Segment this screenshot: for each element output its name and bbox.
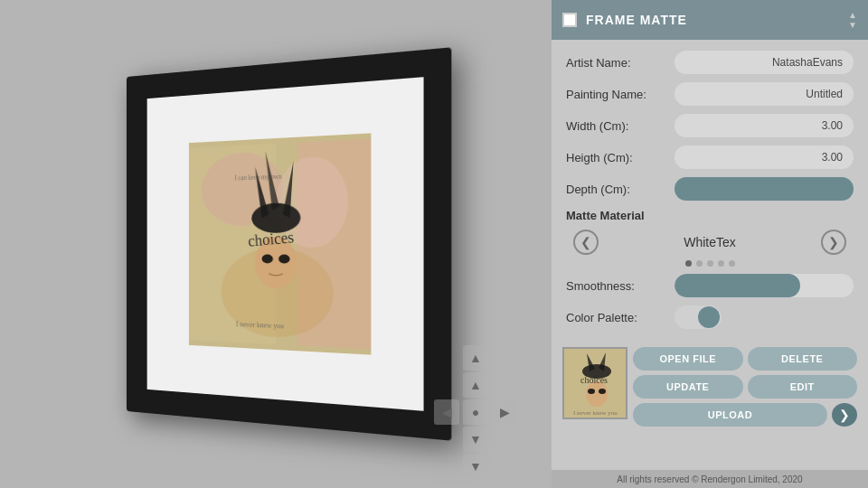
color-palette-label: Color Palette: xyxy=(566,311,675,324)
smoothness-label: Smoothness: xyxy=(566,279,675,293)
width-input[interactable] xyxy=(675,114,854,137)
material-dot-1 xyxy=(685,260,692,267)
nav-up-row: ▲ xyxy=(463,345,488,371)
svg-text:I never knew you: I never knew you xyxy=(573,409,618,417)
width-label: Width (Cm): xyxy=(566,119,675,133)
material-dot-5 xyxy=(729,260,735,267)
material-prev-button[interactable]: ❮ xyxy=(573,230,599,255)
btn-row-3: UPLOAD ❯ xyxy=(633,403,857,427)
smoothness-bar[interactable] xyxy=(675,274,854,297)
next-button[interactable]: ❯ xyxy=(832,403,857,427)
nav-down2-row: ▼ xyxy=(463,454,488,479)
nav-center-button[interactable]: ● xyxy=(463,399,488,425)
nav-down-row: ▼ xyxy=(463,427,488,452)
delete-button[interactable]: DELETE xyxy=(748,347,858,371)
nav-lr-row: ◀ ● ▶ xyxy=(434,399,517,425)
frame-preview-panel: choices I can keep my own I never knew y… xyxy=(0,0,552,488)
svg-text:choices: choices xyxy=(580,375,608,385)
update-button[interactable]: UPDATE xyxy=(633,375,743,399)
header-title: FRAME MATTE xyxy=(586,13,839,27)
footer-text: All rights reserved © Rendergon Limited,… xyxy=(617,474,802,484)
nav-down-button[interactable]: ▼ xyxy=(463,427,488,452)
depth-label: Depth (Cm): xyxy=(566,183,675,196)
btn-row-2: UPDATE EDIT xyxy=(633,375,857,399)
nav-up-button[interactable]: ▲ xyxy=(463,345,488,371)
nav-left-button[interactable]: ◀ xyxy=(434,399,459,425)
material-dot-2 xyxy=(696,260,703,267)
artist-name-input[interactable] xyxy=(675,51,854,74)
depth-row: Depth (Cm): xyxy=(566,177,854,201)
painting-thumbnail: choices I never knew you xyxy=(562,347,627,419)
open-file-button[interactable]: OPEN FILE xyxy=(633,347,743,371)
action-buttons-group: OPEN FILE DELETE UPDATE EDIT UPLOAD ❯ xyxy=(633,347,857,427)
frame-matte: choices I can keep my own I never knew y… xyxy=(147,77,424,411)
svg-point-21 xyxy=(588,389,595,394)
height-row: Heigth (Cm): xyxy=(566,145,854,169)
color-palette-row: Color Palette: xyxy=(566,305,854,329)
material-dots xyxy=(566,260,854,267)
nav-down2-button[interactable]: ▼ xyxy=(463,454,488,479)
form-section: Artist Name: Painting Name: Width (Cm): … xyxy=(552,40,868,347)
frame-matte-checkbox[interactable] xyxy=(562,13,577,27)
svg-point-20 xyxy=(586,381,608,407)
artist-name-label: Artist Name: xyxy=(566,56,675,70)
smoothness-row: Smoothness: xyxy=(566,274,854,297)
frame-outer: choices I can keep my own I never knew y… xyxy=(127,47,451,440)
painting-name-label: Painting Name: xyxy=(566,88,675,101)
material-dot-3 xyxy=(707,260,713,267)
width-row: Width (Cm): xyxy=(566,114,854,137)
artist-name-row: Artist Name: xyxy=(566,51,854,74)
color-toggle-knob xyxy=(698,306,720,328)
painting-name-row: Painting Name: xyxy=(566,82,854,106)
matte-section-label: Matte Material xyxy=(566,209,854,222)
navigation-controls: ▲ ▲ ◀ ● ▶ ▼ ▼ xyxy=(434,345,517,479)
frame-artwork: choices I can keep my own I never knew y… xyxy=(189,133,372,354)
nav-right-button[interactable]: ▶ xyxy=(492,399,517,425)
btn-row-1: OPEN FILE DELETE xyxy=(633,347,857,371)
header-spinner[interactable]: ▲▼ xyxy=(848,10,857,30)
color-palette-toggle[interactable] xyxy=(675,305,722,329)
depth-input[interactable] xyxy=(675,177,854,201)
height-label: Heigth (Cm): xyxy=(566,151,675,164)
height-input[interactable] xyxy=(675,145,854,169)
bottom-section: choices I never knew you OPEN FILE DELET… xyxy=(552,347,868,430)
upload-button[interactable]: UPLOAD xyxy=(633,403,827,427)
painting-name-input[interactable] xyxy=(675,82,854,106)
nav-up2-button[interactable]: ▲ xyxy=(463,372,488,398)
material-dot-4 xyxy=(718,260,724,267)
svg-point-22 xyxy=(599,389,606,394)
right-panel: FRAME MATTE ▲▼ Artist Name: Painting Nam… xyxy=(552,0,868,488)
edit-button[interactable]: EDIT xyxy=(748,375,858,399)
frame-3d: choices I can keep my own I never knew y… xyxy=(127,47,451,440)
material-selector: ❮ WhiteTex ❯ xyxy=(566,230,854,255)
header-bar: FRAME MATTE ▲▼ xyxy=(552,0,868,40)
material-name: WhiteTex xyxy=(684,235,736,249)
footer: All rights reserved © Rendergon Limited,… xyxy=(552,470,868,488)
material-next-button[interactable]: ❯ xyxy=(821,230,846,255)
nav-middle-row: ▲ xyxy=(463,372,488,398)
smoothness-fill xyxy=(675,274,800,297)
